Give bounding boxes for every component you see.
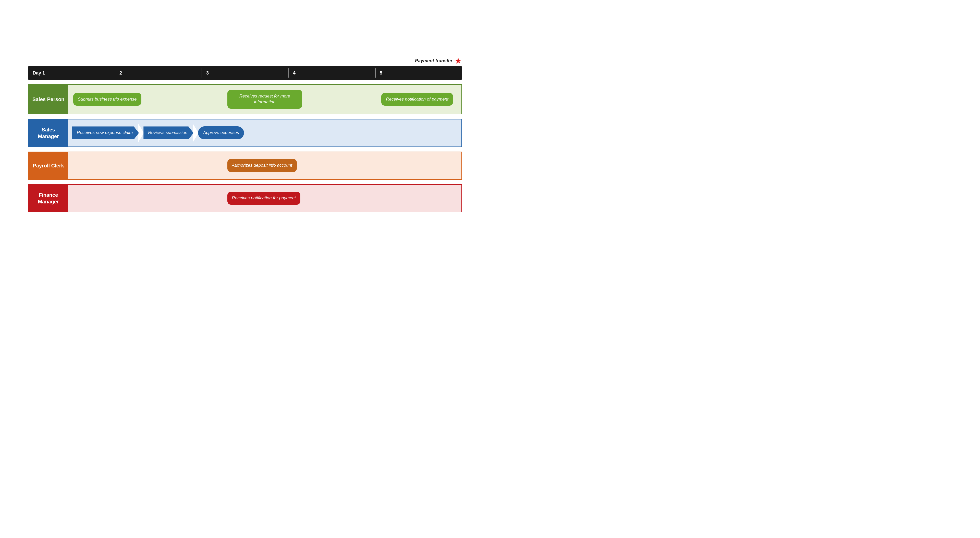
lane-sales-manager: Sales Manager Receives new expense claim… bbox=[28, 119, 462, 147]
timeline-bar: Day 1 2 3 4 5 bbox=[28, 66, 462, 80]
activity-authorizes-deposit: Authorizes deposit info account bbox=[228, 159, 297, 172]
finance-manager-cell-3: Receives notification for payment bbox=[226, 189, 304, 207]
timeline-day3: 3 bbox=[202, 66, 288, 80]
sales-person-grid: Submits business trip expense Receives r… bbox=[72, 88, 457, 111]
lane-payroll-clerk-label: Payroll Clerk bbox=[29, 152, 68, 179]
payroll-clerk-cell-5 bbox=[380, 164, 457, 168]
activity-receives-notification-for-payment: Receives notification for payment bbox=[228, 192, 301, 205]
chevron-connector-2 bbox=[193, 124, 199, 142]
payroll-clerk-cell-4 bbox=[303, 164, 380, 168]
sales-person-cell-3: Receives request for more information bbox=[226, 88, 304, 111]
activity-submits-expense: Submits business trip expense bbox=[73, 93, 142, 106]
payroll-clerk-cell-3: Authorizes deposit info account bbox=[226, 157, 304, 174]
finance-manager-cell-1 bbox=[72, 196, 149, 201]
diagram-wrapper: Payment transfer ★ Day 1 2 3 4 5 Sales P… bbox=[28, 46, 462, 223]
payment-transfer-star: ★ bbox=[455, 57, 462, 65]
sales-person-cell-5: Receives notification of payment bbox=[380, 91, 457, 108]
finance-manager-cell-4 bbox=[303, 196, 380, 201]
timeline-day1: Day 1 bbox=[28, 66, 115, 80]
timeline-day4: 4 bbox=[288, 66, 375, 80]
sales-manager-flow: Receives new expense claim Reviews submi… bbox=[72, 124, 457, 142]
lane-sales-manager-label: Sales Manager bbox=[29, 119, 68, 146]
activity-reviews-submission: Reviews submission bbox=[143, 126, 193, 139]
sales-person-cell-1: Submits business trip expense bbox=[72, 91, 149, 108]
lane-sales-person: Sales Person Submits business trip expen… bbox=[28, 84, 462, 115]
finance-manager-cell-5 bbox=[380, 196, 457, 201]
payroll-clerk-cell-2 bbox=[149, 164, 226, 168]
activity-approve-expenses: Approve expenses bbox=[198, 126, 244, 139]
lane-finance-manager-label: Finance Manager bbox=[29, 185, 68, 212]
finance-manager-grid: Receives notification for payment bbox=[72, 188, 457, 209]
payroll-clerk-grid: Authorizes deposit info account bbox=[72, 155, 457, 176]
activity-receives-new-expense: Receives new expense claim bbox=[72, 126, 139, 139]
activity-receives-request: Receives request for more information bbox=[228, 90, 302, 109]
lane-finance-manager-content: Receives notification for payment bbox=[68, 185, 461, 212]
payroll-clerk-cell-1 bbox=[72, 164, 149, 168]
payment-transfer-row: Payment transfer ★ bbox=[28, 57, 462, 65]
lane-sales-person-label: Sales Person bbox=[29, 85, 68, 114]
lane-payroll-clerk: Payroll Clerk Authorizes deposit info ac… bbox=[28, 151, 462, 180]
sales-person-cell-2 bbox=[149, 97, 226, 101]
lane-finance-manager: Finance Manager Receives notification fo… bbox=[28, 184, 462, 212]
lane-payroll-clerk-content: Authorizes deposit info account bbox=[68, 152, 461, 179]
finance-manager-cell-2 bbox=[149, 196, 226, 201]
timeline-day2: 2 bbox=[115, 66, 202, 80]
sales-person-cell-4 bbox=[303, 97, 380, 101]
payment-transfer-label: Payment transfer bbox=[415, 58, 452, 64]
lane-sales-person-content: Submits business trip expense Receives r… bbox=[68, 85, 461, 114]
timeline-day5: 5 bbox=[375, 66, 462, 80]
chevron-connector-1 bbox=[138, 124, 144, 142]
lane-sales-manager-content: Receives new expense claim Reviews submi… bbox=[68, 119, 461, 146]
activity-receives-notification-payment: Receives notification of payment bbox=[381, 93, 453, 106]
